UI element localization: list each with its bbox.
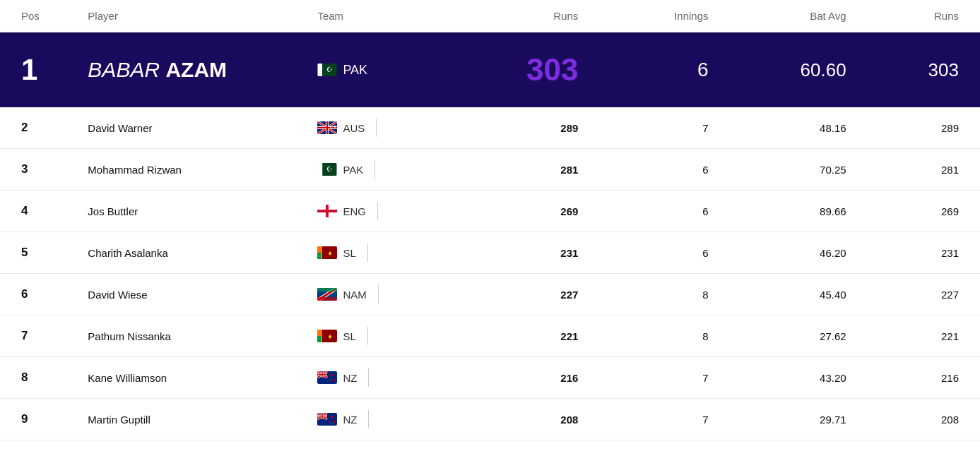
row-runs2: 269	[858, 191, 980, 232]
svg-rect-28	[317, 297, 337, 301]
col-separator	[377, 202, 378, 220]
row-innings: 7	[589, 440, 719, 452]
table-header-row: Pos Player Team Runs Innings Bat Avg Run…	[0, 0, 980, 32]
row-runs2: 208	[858, 399, 980, 440]
row-batavg: 48.16	[720, 107, 858, 149]
table-row: 7 Pathum Nissanka ♦ SL 221 8 27.62 221	[0, 315, 980, 357]
table-row: 3 Mohammad Rizwan ☪ PAK 281 6 70.25 281	[0, 149, 980, 191]
row-runs: 221	[451, 315, 589, 357]
row-runs2: 227	[858, 274, 980, 315]
svg-text:☪: ☪	[326, 165, 333, 173]
row-runs: 208	[451, 399, 589, 440]
table-row: 4 Jos Buttler ENG 269 6 89.66 269	[0, 191, 980, 232]
svg-rect-0	[318, 64, 323, 76]
header-innings: Innings	[589, 0, 719, 32]
row-pos: 3	[0, 149, 76, 191]
row-batavg: 89.66	[720, 191, 858, 232]
svg-rect-22	[321, 246, 322, 259]
row-innings: 7	[589, 399, 719, 440]
row-pos: 4	[0, 191, 76, 232]
col-separator	[367, 327, 368, 345]
row-runs2: 231	[858, 232, 980, 274]
row-innings: 8	[589, 315, 719, 357]
row-player: Daryl Mitchell	[76, 440, 306, 452]
row-player: Kane Williamson	[76, 357, 306, 399]
header-runs: Runs	[451, 0, 589, 32]
svg-text:✦✦: ✦✦	[329, 124, 337, 129]
row-runs2: 289	[858, 107, 980, 149]
top-player: BABAR AZAM	[76, 32, 306, 108]
svg-rect-30	[317, 330, 321, 336]
row-runs: 208	[451, 440, 589, 452]
row-team: ★★ ★ NZ	[306, 399, 451, 440]
svg-rect-18	[317, 210, 337, 212]
row-batavg: 43.20	[720, 357, 858, 399]
row-runs2: 208	[858, 440, 980, 452]
svg-text:★: ★	[330, 373, 334, 378]
top-rank-row: 1 BABAR AZAM ☪ PAK 303 6 60.60 303	[0, 32, 980, 108]
svg-text:♦: ♦	[329, 332, 332, 340]
row-pos: 10	[0, 440, 76, 452]
col-separator	[374, 160, 375, 179]
row-batavg: 27.62	[720, 315, 858, 357]
svg-text:♦: ♦	[329, 249, 332, 257]
svg-rect-21	[317, 253, 321, 259]
row-runs: 289	[451, 107, 589, 149]
table-row: 9 Martin Guptill ★★ ★ NZ 208 7 29.71 208	[0, 399, 980, 440]
row-team: ★★ ★ NZ	[306, 440, 451, 452]
top-runs2: 303	[858, 32, 980, 108]
top-runs: 303	[451, 32, 589, 108]
svg-rect-13	[318, 163, 323, 176]
row-batavg: 34.66	[720, 440, 858, 452]
header-player: Player	[76, 0, 306, 32]
top-innings: 6	[589, 32, 719, 108]
row-pos: 8	[0, 357, 76, 399]
row-runs2: 281	[858, 149, 980, 191]
row-team: ☪ PAK	[306, 149, 451, 191]
row-team: ENG	[306, 191, 451, 232]
header-runs2: Runs	[858, 0, 980, 32]
row-batavg: 45.40	[720, 274, 858, 315]
row-player: Pathum Nissanka	[76, 315, 306, 357]
row-team: ♦ SL	[306, 232, 451, 274]
col-separator	[378, 285, 379, 303]
col-separator	[368, 368, 369, 387]
svg-text:☪: ☪	[326, 66, 333, 73]
svg-rect-27	[317, 288, 337, 291]
svg-rect-32	[321, 330, 322, 342]
row-player: David Wiese	[76, 274, 306, 315]
row-team: NAM	[306, 274, 451, 315]
row-player: David Warner	[76, 107, 306, 149]
svg-rect-31	[317, 336, 321, 342]
table-row: 5 Charith Asalanka ♦ SL 231 6 46.20 231	[0, 232, 980, 274]
row-pos: 5	[0, 232, 76, 274]
row-runs: 216	[451, 357, 589, 399]
col-separator	[368, 410, 369, 428]
svg-text:★: ★	[330, 414, 334, 419]
col-separator	[376, 119, 377, 137]
row-innings: 7	[589, 107, 719, 149]
svg-text:★ ★: ★ ★	[329, 419, 336, 423]
svg-rect-20	[317, 246, 321, 253]
table-row: 6 David Wiese NAM 227 8 45.40 227	[0, 274, 980, 315]
row-team: ✦✦ AUS	[306, 107, 451, 149]
cricket-stats-table: Pos Player Team Runs Innings Bat Avg Run…	[0, 0, 980, 451]
row-innings: 6	[589, 232, 719, 274]
row-player: Martin Guptill	[76, 399, 306, 440]
row-runs2: 216	[858, 357, 980, 399]
row-pos: 9	[0, 399, 76, 440]
row-batavg: 29.71	[720, 399, 858, 440]
top-batavg: 60.60	[720, 32, 858, 108]
row-innings: 6	[589, 191, 719, 232]
row-player: Charith Asalanka	[76, 232, 306, 274]
header-pos: Pos	[0, 0, 76, 32]
row-pos: 2	[0, 107, 76, 149]
row-runs: 231	[451, 232, 589, 274]
header-team: Team	[306, 0, 451, 32]
row-team: ★★ ★ NZ	[306, 357, 451, 399]
row-player: Jos Buttler	[76, 191, 306, 232]
row-pos: 6	[0, 274, 76, 315]
table-row: 8 Kane Williamson ★★ ★ NZ 216 7 43.20 21…	[0, 357, 980, 399]
row-runs: 281	[451, 149, 589, 191]
row-runs: 269	[451, 191, 589, 232]
